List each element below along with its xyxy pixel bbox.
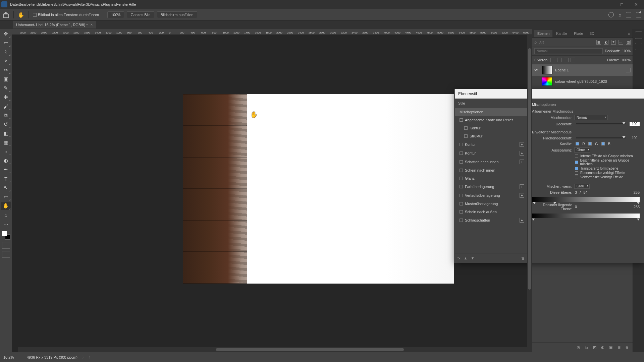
option-checkbox[interactable] bbox=[575, 167, 578, 170]
lasso-tool[interactable]: ⌇ bbox=[1, 48, 11, 56]
menu-schrift[interactable]: Schrift bbox=[53, 2, 64, 6]
menu-bearbeiten[interactable]: Bearbeiten bbox=[19, 2, 37, 6]
cloud-icon[interactable] bbox=[608, 12, 614, 17]
tab-3d[interactable]: 3D bbox=[587, 30, 597, 37]
style-checkbox[interactable] bbox=[460, 219, 463, 222]
style-checkbox[interactable] bbox=[460, 169, 463, 172]
knockout-select[interactable]: Ohne bbox=[574, 147, 590, 153]
hand-tool[interactable]: ✋ bbox=[1, 202, 11, 210]
style-checkbox[interactable] bbox=[460, 152, 463, 155]
channel-r-check[interactable] bbox=[576, 142, 579, 145]
style-checkbox[interactable] bbox=[460, 143, 463, 146]
zoom-tool[interactable]: ⌕ bbox=[1, 211, 11, 219]
menu-fenster[interactable]: Fenster bbox=[116, 2, 128, 6]
style-checkbox[interactable] bbox=[464, 134, 468, 138]
move-up-icon[interactable]: ▲ bbox=[464, 256, 468, 260]
style-item[interactable]: Musterüberlagerung bbox=[455, 200, 528, 208]
menu-datei[interactable]: Datei bbox=[10, 2, 19, 6]
path-tool[interactable]: ↖ bbox=[1, 184, 11, 192]
link-icon[interactable] bbox=[626, 68, 631, 72]
fill-screen-button[interactable]: Bildschirm ausfüllen bbox=[157, 11, 197, 18]
opacity-input[interactable]: 100 bbox=[630, 122, 640, 126]
color-swatches[interactable] bbox=[2, 231, 10, 240]
history-brush-tool[interactable]: ↺ bbox=[1, 120, 11, 128]
channel-b-check[interactable] bbox=[601, 142, 605, 145]
wand-tool[interactable]: ✧ bbox=[1, 57, 11, 65]
option-checkbox[interactable] bbox=[575, 155, 578, 158]
workspace-icon[interactable] bbox=[626, 12, 631, 17]
style-item[interactable]: Verlaufsüberlagerung+ bbox=[455, 191, 528, 200]
shape-tool[interactable]: ▭ bbox=[1, 193, 11, 201]
style-item[interactable]: Schlagschatten+ bbox=[455, 216, 528, 225]
menu-ansicht[interactable]: Ansicht bbox=[91, 2, 103, 6]
tab-paths[interactable]: Pfade bbox=[571, 30, 586, 37]
window-close[interactable]: ✕ bbox=[629, 1, 643, 8]
style-item[interactable]: Kontur+ bbox=[455, 149, 528, 158]
gradient-tool[interactable]: ▦ bbox=[1, 138, 11, 146]
chevron-left-icon[interactable]: 〈 bbox=[87, 355, 90, 360]
blur-tool[interactable]: ○ bbox=[1, 147, 11, 156]
menu-auswahl[interactable]: Auswahl bbox=[64, 2, 78, 6]
layer-thumbnail[interactable] bbox=[542, 66, 552, 74]
lock-all-icon[interactable] bbox=[571, 58, 575, 62]
document-tab[interactable]: Unbenannt-1 bei 16,2% (Ebene 1, RGB/8) *… bbox=[13, 21, 96, 28]
crop-tool[interactable]: ✂ bbox=[1, 66, 11, 74]
style-item[interactable]: Farbüberlagerung+ bbox=[455, 182, 528, 191]
add-effect-icon[interactable]: + bbox=[520, 218, 524, 223]
lock-artboard-icon[interactable] bbox=[564, 58, 569, 62]
eyedropper-tool[interactable]: ✎ bbox=[1, 84, 11, 92]
style-checkbox[interactable] bbox=[460, 118, 463, 122]
style-item[interactable]: Struktur bbox=[455, 132, 528, 140]
style-item[interactable]: Schein nach innen bbox=[455, 166, 528, 174]
link-layers-icon[interactable]: ⌘ bbox=[576, 345, 581, 350]
layer-name[interactable]: colour-wheel-gb9f78d013_1920 bbox=[555, 79, 607, 83]
layer-thumbnail[interactable] bbox=[542, 77, 552, 86]
layer-filter-input[interactable] bbox=[539, 40, 559, 44]
style-checkbox[interactable] bbox=[460, 202, 463, 205]
collapsed-panel-icon[interactable] bbox=[635, 32, 642, 39]
chevron-right-icon[interactable]: 〉 bbox=[82, 355, 86, 360]
under-layer-ramp[interactable] bbox=[532, 214, 640, 218]
style-checkbox[interactable] bbox=[464, 126, 468, 130]
channel-g-check[interactable] bbox=[588, 142, 592, 145]
horizontal-scrollbar[interactable] bbox=[18, 347, 532, 352]
blendif-select[interactable]: Grau bbox=[574, 184, 590, 189]
blend-mode-dropdown[interactable]: Normal bbox=[534, 48, 603, 54]
layer-row[interactable]: colour-wheel-gb9f78d013_1920 bbox=[532, 76, 633, 87]
style-checkbox[interactable] bbox=[460, 185, 463, 188]
stamp-tool[interactable]: ⧉ bbox=[1, 111, 11, 119]
heal-tool[interactable]: ✚ bbox=[1, 93, 11, 101]
filter-type-icon[interactable]: T bbox=[611, 40, 616, 45]
layer-name[interactable]: Ebene 1 bbox=[555, 68, 569, 72]
dodge-tool[interactable]: ◐ bbox=[1, 157, 11, 165]
menu-bild[interactable]: Bild bbox=[37, 2, 43, 6]
fx-icon[interactable]: fx bbox=[458, 256, 461, 260]
tab-channels[interactable]: Kanäle bbox=[553, 30, 570, 37]
option-checkbox[interactable] bbox=[575, 176, 578, 179]
layer-fx-icon[interactable]: fx bbox=[584, 345, 589, 350]
menu-filter[interactable]: Filter bbox=[78, 2, 86, 6]
lock-position-icon[interactable] bbox=[557, 58, 562, 62]
search-icon[interactable]: ⌕ bbox=[619, 12, 621, 17]
fill-value[interactable]: 100 bbox=[630, 136, 640, 140]
eraser-tool[interactable]: ◧ bbox=[1, 129, 11, 137]
option-checkbox[interactable] bbox=[575, 171, 578, 175]
blend-mode-select[interactable]: Normal bbox=[574, 115, 608, 120]
collapsed-panel-icon[interactable] bbox=[635, 43, 642, 50]
add-effect-icon[interactable]: + bbox=[520, 193, 524, 198]
filter-pixel-icon[interactable]: ▦ bbox=[596, 40, 601, 45]
menu-plug-ins[interactable]: Plug-ins bbox=[103, 2, 116, 6]
scroll-all-check[interactable]: Bildlauf in allen Fenstern durchführen bbox=[33, 13, 99, 17]
adjustment-layer-icon[interactable]: ◐ bbox=[600, 345, 605, 350]
pen-tool[interactable]: ✒ bbox=[1, 166, 11, 174]
opacity-value[interactable]: 100% bbox=[622, 49, 631, 53]
this-layer-ramp[interactable] bbox=[532, 197, 640, 202]
style-item[interactable]: Kontur+ bbox=[455, 140, 528, 149]
option-checkbox[interactable] bbox=[575, 161, 578, 164]
tab-layers[interactable]: Ebenen bbox=[534, 30, 552, 37]
marquee-tool[interactable]: ▭ bbox=[1, 39, 11, 47]
style-item[interactable]: Schein nach außen bbox=[455, 208, 528, 216]
hand-tool-icon[interactable]: ✋ bbox=[18, 12, 24, 18]
fill-slider[interactable] bbox=[576, 137, 626, 138]
vertical-scrollbar[interactable] bbox=[527, 35, 532, 347]
